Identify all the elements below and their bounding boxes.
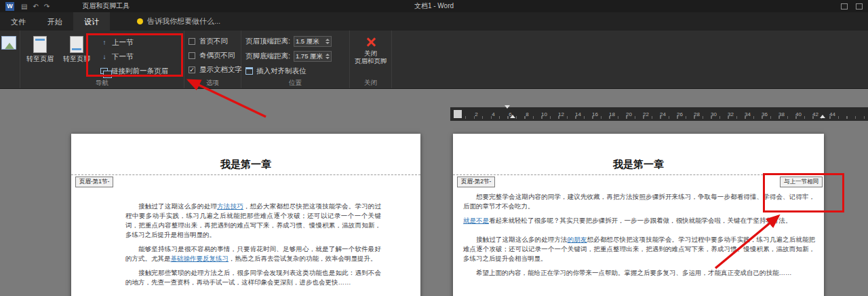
left-page-body: 接触过了这期这么多的处理方法技巧，想必大家都想尽快把这项技能学会。学习的过程中要… <box>125 202 381 292</box>
document-page-left[interactable]: 我是第一章 页眉-第1节- 接触过了这期这么多的处理方法技巧，想必大家都想尽快把… <box>71 134 420 296</box>
paragraph: 就是不是看起来就轻松了很多呢？其实只要把步骤拆开，一步一步跟着做，很快就能学会啦… <box>463 216 815 225</box>
ruler-number: 26 <box>671 111 688 117</box>
ruler-number: 8 <box>519 111 536 117</box>
goto-header-button[interactable]: 转至页眉 <box>24 34 56 62</box>
footer-from-bottom-input[interactable]: 1.75 厘米 <box>294 51 332 62</box>
arrow-down-icon: ↓ <box>100 53 108 60</box>
body-text: 希望上面的内容，能给正在学习的你带来一点帮助。掌握之后要多复习、多运用，才能真正… <box>476 269 792 276</box>
indent-marker[interactable] <box>505 109 515 115</box>
ruler-number: 40 <box>790 111 807 117</box>
ribbon: 转至页眉 转至页脚 ↑ 上一节 ↓ 下一节 链接到前一条页眉 导航 <box>0 31 868 89</box>
goto-header-label: 转至页眉 <box>26 55 54 62</box>
link-to-previous-button[interactable]: 链接到前一条页眉 <box>98 65 171 77</box>
window-button-icon[interactable] <box>856 3 863 10</box>
insert-alignment-tab-button[interactable]: 插入对齐制表位 <box>245 65 332 77</box>
tab-selector-icon[interactable] <box>454 110 462 118</box>
close-header-footer-button[interactable]: 关闭 页眉和页脚 <box>354 34 387 64</box>
contextual-tools-label: 页眉和页脚工具 <box>82 1 130 11</box>
hyperlink-text[interactable]: 就是不是 <box>463 217 489 224</box>
group-label-close: 关闭 <box>350 79 391 88</box>
spinner-arrows-icon[interactable] <box>326 54 330 59</box>
goto-footer-icon <box>70 36 83 53</box>
document-title: 文档1 - Word <box>414 1 454 11</box>
ribbon-options-icon[interactable] <box>841 3 848 10</box>
ruler-number: 16 <box>587 111 604 117</box>
different-odd-even-checkbox[interactable]: 奇偶页不同 <box>189 50 242 61</box>
ribbon-tab-row: 文件 开始 设计 告诉我你想要做什么... <box>0 12 868 31</box>
tab-home[interactable]: 开始 <box>37 12 73 31</box>
header-from-top-value: 1.5 厘米 <box>296 37 319 46</box>
tab-file[interactable]: 文件 <box>0 12 37 31</box>
ruler-number: 44 <box>824 111 841 117</box>
ruler-number: 38 <box>773 111 790 117</box>
previous-section-button[interactable]: ↑ 上一节 <box>98 37 171 48</box>
different-odd-even-label: 奇偶页不同 <box>199 51 235 60</box>
ruler-number: 2 <box>468 111 485 117</box>
group-label-position: 位置 <box>241 79 349 88</box>
hyperlink-text[interactable]: 的朋友 <box>568 236 587 243</box>
horizontal-ruler[interactable]: 2468101214161820222426283032343638404244 <box>450 107 868 121</box>
alignment-tab-icon <box>245 67 253 75</box>
goto-footer-button[interactable]: 转至页脚 <box>61 34 92 62</box>
ruler-number: 18 <box>604 111 620 117</box>
different-first-page-label: 首页不同 <box>199 37 228 46</box>
picture-icon <box>1 36 16 50</box>
save-icon[interactable]: ▤ <box>21 3 27 10</box>
paragraph: 能够坚持练习是很不容易的事情，只要肯花时间、足够用心，就是了解一个软件最好的方式… <box>125 244 381 263</box>
hyperlink-text[interactable]: 方法技巧 <box>217 202 243 210</box>
link-to-previous-icon <box>100 68 108 74</box>
document-page-right[interactable]: 我是第一章 页眉-第2节- 与上一节相同 想要完整学会这期内容的同学，建议先收藏… <box>453 134 824 296</box>
body-text: 看起来就轻松了很多呢？其实只要把步骤拆开，一步一步跟着做，很快就能学会啦，关键在… <box>489 217 792 224</box>
ribbon-group-insert-partial <box>0 31 20 88</box>
body-text: 接触过了这期这么多的处理 <box>138 202 217 210</box>
ruler-number: 10 <box>536 111 553 117</box>
redo-icon[interactable]: ↷ <box>44 3 50 10</box>
paragraph: 接触完那些繁琐的处理方法之后，很多同学会发现列表这类功能也是如此：遇到不会的地方… <box>125 268 381 287</box>
arrow-up-icon: ↑ <box>100 39 108 46</box>
ruler-number: 34 <box>739 111 756 117</box>
link-to-previous-label: 链接到前一条页眉 <box>111 67 168 76</box>
chapter-title: 我是第一章 <box>71 158 420 171</box>
undo-icon[interactable]: ↶ <box>33 3 38 10</box>
header-from-top-label: 页眉顶端距离: <box>245 37 290 46</box>
tell-me-box[interactable]: 告诉我你想要做什么... <box>129 12 229 31</box>
word-logo-icon: W <box>5 2 14 11</box>
footer-from-bottom-value: 1.75 厘米 <box>296 52 323 61</box>
paragraph: 想要完整学会这期内容的同学，建议先收藏，再把方法按照步骤拆开来练习，争取每一步都… <box>463 192 815 211</box>
hyperlink-text[interactable]: 基础操作要反复练习 <box>171 255 229 262</box>
ruler-number: 20 <box>620 111 637 117</box>
header-from-top-input[interactable]: 1.5 厘米 <box>294 36 332 47</box>
ruler-number: 24 <box>654 111 671 117</box>
spinner-arrows-icon[interactable] <box>326 39 330 44</box>
close-label-line1: 关闭 <box>364 50 377 57</box>
checkbox-icon <box>189 38 195 45</box>
goto-footer-label: 转至页脚 <box>63 55 90 62</box>
close-label-line2: 页眉和页脚 <box>355 57 387 64</box>
right-page-body: 想要完整学会这期内容的同学，建议先收藏，再把方法按照步骤拆开来练习，争取每一步都… <box>463 192 815 282</box>
checkbox-icon <box>189 52 195 59</box>
show-document-text-checkbox[interactable]: ✓ 显示文档文字 <box>189 64 242 75</box>
ruler-number: 36 <box>756 111 773 117</box>
ribbon-group-position: 页眉顶端距离: 1.5 厘米 页脚底端距离: 1.75 厘米 插入对齐制表位 位… <box>241 31 350 88</box>
goto-header-icon <box>33 36 47 53</box>
tab-design[interactable]: 设计 <box>73 12 110 31</box>
ruler-numbers: 2468101214161820222426283032343638404244 <box>465 111 841 117</box>
ruler-number: 12 <box>553 111 570 117</box>
different-first-page-checkbox[interactable]: 首页不同 <box>189 35 242 47</box>
body-text: 接触完那些繁琐的处理方法之后，很多同学会发现列表这类功能也是如此：遇到不会的地方… <box>125 269 381 286</box>
next-section-button[interactable]: ↓ 下一节 <box>98 51 171 62</box>
body-text: ，熟悉之后再去尝试复杂的功能，效率会明显提升。 <box>229 255 377 262</box>
lightbulb-icon <box>137 18 143 24</box>
chapter-title: 我是第一章 <box>453 158 824 171</box>
header-section-tag: 页眉-第2节- <box>457 177 495 187</box>
picture-button[interactable] <box>1 34 16 50</box>
ruler-number: 32 <box>722 111 739 117</box>
insert-alignment-tab-label: 插入对齐制表位 <box>256 67 307 76</box>
paragraph: 接触过了这期这么多的处理方法的朋友想必都想尽快把这项技能学会。学习过程中要多动手… <box>463 235 815 263</box>
close-red-x-icon <box>365 36 377 48</box>
tell-me-text: 告诉我你想要做什么... <box>147 16 220 26</box>
body-text: 想要完整学会这期内容的同学，建议先收藏，再把方法按照步骤拆开来练习，争取每一步都… <box>463 193 815 210</box>
body-text: 接触过了这期这么多的处理方法 <box>476 236 568 243</box>
right-indent-marker[interactable] <box>820 109 825 115</box>
checkbox-icon: ✓ <box>189 67 195 73</box>
